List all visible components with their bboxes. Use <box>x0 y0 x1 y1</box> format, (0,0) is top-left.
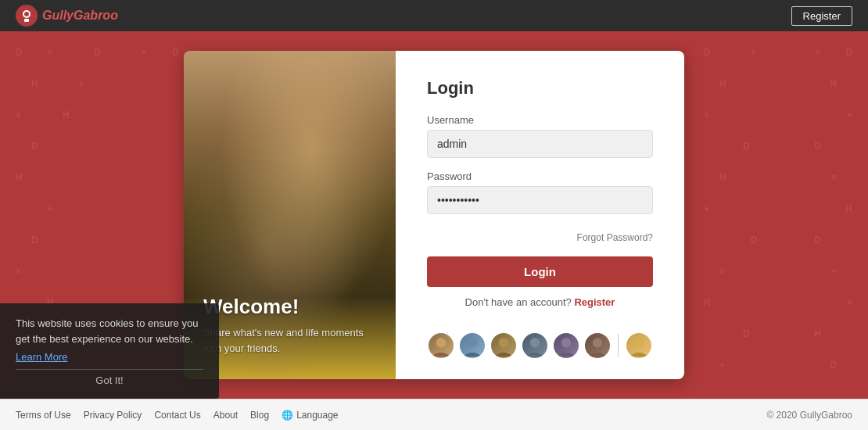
password-input[interactable] <box>427 186 653 214</box>
footer-link-terms[interactable]: Terms of Use <box>16 410 71 421</box>
brand-logo <box>16 5 38 27</box>
svg-point-3 <box>436 338 446 347</box>
avatar <box>521 331 549 360</box>
register-button[interactable]: Register <box>791 6 852 26</box>
footer-link-contact[interactable]: Contact Us <box>154 410 200 421</box>
cookie-notice: This website uses cookies to ensure you … <box>0 303 219 399</box>
brand-name: GullyGabroo <box>42 9 118 23</box>
user-avatars <box>427 331 653 360</box>
svg-rect-2 <box>24 19 29 22</box>
footer-link-about[interactable]: About <box>213 410 238 421</box>
username-input[interactable] <box>427 130 653 158</box>
avatar <box>583 331 612 360</box>
avatar <box>490 331 518 360</box>
cookie-message: This website uses cookies to ensure you … <box>16 316 203 346</box>
avatar <box>427 331 455 360</box>
forgot-password-container: Forgot Password? <box>427 230 653 244</box>
avatar-divider <box>618 334 619 357</box>
welcome-subtitle: Share what's new and life moments with y… <box>203 325 376 356</box>
avatar <box>625 331 653 360</box>
register-prompt: Don't have an account? Register <box>427 296 653 308</box>
footer: Terms of Use Privacy Policy Contact Us A… <box>0 399 868 430</box>
brand: GullyGabroo <box>16 5 118 27</box>
footer-language-selector[interactable]: 🌐 Language <box>282 410 338 421</box>
welcome-title: Welcome! <box>203 295 376 319</box>
svg-point-9 <box>634 338 644 347</box>
no-account-text: Don't have an account? <box>465 296 572 308</box>
svg-point-7 <box>561 338 571 347</box>
svg-point-1 <box>24 12 29 16</box>
language-label: Language <box>296 410 338 421</box>
login-button[interactable]: Login <box>427 256 653 287</box>
cookie-learn-more-link[interactable]: Learn More <box>16 351 67 363</box>
login-title: Login <box>427 78 653 99</box>
forgot-password-link[interactable]: Forgot Password? <box>577 232 653 243</box>
svg-point-6 <box>530 338 540 347</box>
username-label: Username <box>427 114 653 126</box>
svg-point-5 <box>499 338 508 347</box>
welcome-text: Welcome! Share what's new and life momen… <box>203 295 376 356</box>
avatar <box>552 331 580 360</box>
footer-link-privacy[interactable]: Privacy Policy <box>84 410 142 421</box>
got-it-button[interactable]: Got It! <box>16 369 203 388</box>
right-panel: Login Username Password Forgot Password?… <box>396 51 684 379</box>
svg-point-4 <box>468 338 477 347</box>
svg-point-8 <box>593 338 602 347</box>
navbar: GullyGabroo Register <box>0 0 868 31</box>
card-container: Welcome! Share what's new and life momen… <box>184 51 684 379</box>
password-group: Password <box>427 170 653 214</box>
footer-links: Terms of Use Privacy Policy Contact Us A… <box>16 410 339 421</box>
language-icon: 🌐 <box>282 410 293 421</box>
footer-link-blog[interactable]: Blog <box>250 410 269 421</box>
footer-copyright: © 2020 GullyGabroo <box>766 410 852 421</box>
password-label: Password <box>427 170 653 182</box>
username-group: Username <box>427 114 653 158</box>
register-link[interactable]: Register <box>574 296 615 308</box>
avatar <box>458 331 486 360</box>
